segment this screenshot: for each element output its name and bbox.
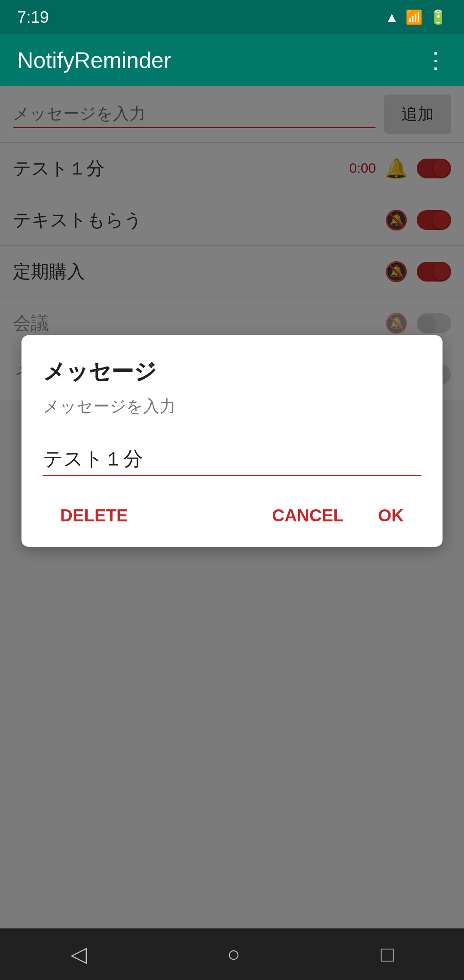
bottom-nav: ◁ ○ □ xyxy=(0,928,464,980)
app-bar: NotifyReminder ⋮ xyxy=(0,34,464,86)
status-time: 7:19 xyxy=(17,8,49,27)
app-title: NotifyReminder xyxy=(17,47,171,73)
dialog: メッセージ メッセージを入力 DELETE CANCEL OK xyxy=(21,335,443,547)
dialog-subtitle: メッセージを入力 xyxy=(43,395,421,417)
dialog-title: メッセージ xyxy=(43,357,421,387)
dialog-input-container xyxy=(43,443,421,476)
wifi-icon: ▲ xyxy=(385,9,399,25)
cancel-button[interactable]: CANCEL xyxy=(255,497,361,534)
more-options-icon[interactable]: ⋮ xyxy=(424,47,447,73)
battery-icon: 🔋 xyxy=(430,9,447,25)
ok-button[interactable]: OK xyxy=(361,497,421,534)
status-icons: ▲ 📶 🔋 xyxy=(385,9,447,25)
signal-icon: 📶 xyxy=(406,9,423,25)
recents-button[interactable]: □ xyxy=(346,933,428,975)
delete-button[interactable]: DELETE xyxy=(43,497,145,534)
main-content: 追加 テスト１分 0:00 🔔 テキストもらう 🔕 定期購入 🔕 xyxy=(0,86,464,928)
status-bar: 7:19 ▲ 📶 🔋 xyxy=(0,0,464,34)
home-button[interactable]: ○ xyxy=(193,933,275,975)
back-button[interactable]: ◁ xyxy=(36,933,121,975)
dialog-buttons: DELETE CANCEL OK xyxy=(43,497,421,534)
dialog-message-input[interactable] xyxy=(43,443,421,475)
